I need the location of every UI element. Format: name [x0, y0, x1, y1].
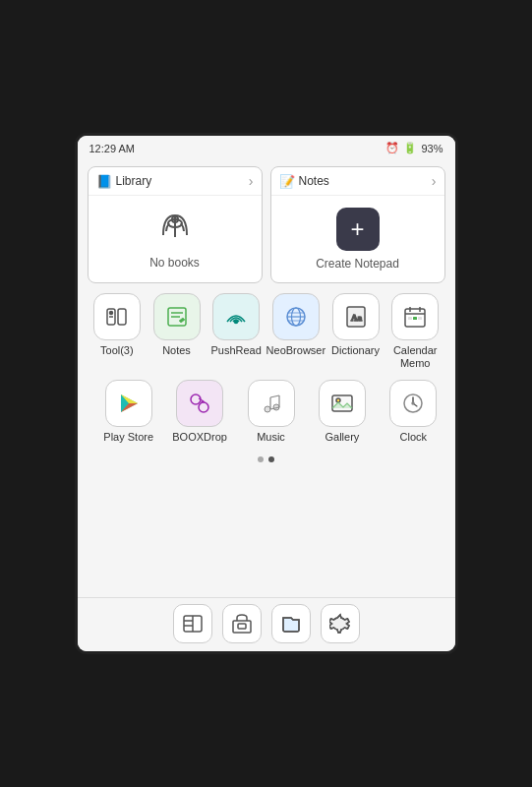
clock-label: Clock	[400, 431, 428, 444]
app-item-notes[interactable]: Notes	[147, 293, 207, 357]
app-row-2: Play Store BOOXDrop	[88, 380, 445, 444]
svg-rect-4	[118, 309, 126, 325]
notes-chevron: ›	[432, 173, 437, 189]
notes-icon-wrapper	[153, 293, 201, 340]
svg-rect-22	[408, 317, 412, 320]
svg-point-31	[265, 406, 270, 412]
svg-line-34	[270, 395, 279, 397]
gallery-label: Gallery	[325, 431, 360, 444]
dock-settings[interactable]	[321, 604, 360, 643]
dictionary-icon-wrapper: Aa	[332, 293, 380, 340]
main-content: 📘 Library ›	[78, 158, 455, 597]
tool3-label: Tool(3)	[100, 344, 134, 357]
library-chevron: ›	[249, 173, 254, 189]
notes-widget-body[interactable]: + Create Notepad	[271, 196, 444, 282]
dock-store[interactable]	[222, 604, 262, 643]
library-header-icon-group: 📘 Library	[96, 174, 152, 189]
app-item-tool3[interactable]: Tool(3)	[88, 293, 148, 357]
library-title: Library	[116, 174, 152, 188]
dot-2	[268, 456, 274, 462]
app-item-pushread[interactable]: PushRead	[207, 293, 266, 357]
plus-icon: +	[350, 215, 364, 243]
gallery-icon-wrapper	[319, 380, 366, 427]
status-time: 12:29 AM	[89, 143, 135, 154]
music-label: Music	[257, 431, 285, 444]
status-right: ⏰ 🔋 93%	[385, 142, 443, 154]
pushread-icon-wrapper	[212, 293, 260, 340]
pushread-label: PushRead	[210, 344, 261, 357]
svg-point-30	[199, 402, 208, 412]
svg-text:Aa: Aa	[351, 313, 362, 323]
alarm-icon: ⏰	[385, 142, 399, 154]
notes-widget[interactable]: 📝 Notes › + Create Notepad	[270, 166, 445, 283]
calendarmemo-icon-wrapper	[391, 293, 439, 340]
notes-icon: 📝	[279, 174, 295, 189]
library-widget-header: 📘 Library ›	[89, 167, 262, 196]
notes-header-icon-group: 📝 Notes	[279, 174, 329, 189]
svg-rect-47	[233, 621, 251, 633]
no-books-label: No books	[149, 256, 200, 270]
app-item-neobrowser[interactable]: NeoBrowser	[266, 293, 326, 357]
app-item-dictionary[interactable]: Aa Dictionary	[325, 293, 385, 357]
dock-files[interactable]	[271, 604, 311, 643]
svg-rect-23	[413, 317, 417, 320]
app-item-gallery[interactable]: Gallery	[311, 380, 374, 444]
app-item-booxdrop[interactable]: BOOXDrop	[168, 380, 231, 444]
page-dots	[88, 454, 445, 464]
neobrowser-label: NeoBrowser	[266, 344, 326, 357]
no-books-icon	[155, 208, 195, 252]
library-widget-body: No books	[89, 196, 262, 281]
app-item-clock[interactable]: Clock	[382, 380, 444, 444]
booxdrop-label: BOOXDrop	[172, 431, 227, 444]
svg-rect-48	[238, 624, 246, 629]
create-notepad-label: Create Notepad	[316, 257, 399, 271]
notes-app-label: Notes	[162, 344, 191, 357]
app-row-1: Tool(3) Notes	[88, 293, 445, 370]
status-bar: 12:29 AM ⏰ 🔋 93%	[78, 136, 455, 158]
music-icon-wrapper	[248, 380, 295, 427]
clock-icon-wrapper	[389, 380, 437, 427]
widget-row: 📘 Library ›	[88, 166, 445, 283]
svg-point-5	[109, 312, 112, 315]
dot-1	[258, 456, 264, 462]
dock-library[interactable]	[173, 604, 212, 643]
svg-point-10	[235, 321, 238, 324]
battery-percent: 93%	[421, 143, 443, 154]
app-item-music[interactable]: Music	[239, 380, 302, 444]
calendarmemo-label: Calendar Memo	[393, 344, 438, 370]
bottom-dock	[78, 597, 455, 651]
neobrowser-icon-wrapper	[272, 293, 320, 340]
svg-point-42	[412, 402, 414, 404]
playstore-icon-wrapper	[105, 380, 152, 427]
svg-rect-24	[418, 317, 422, 320]
booxdrop-icon-wrapper	[176, 380, 223, 427]
notes-title: Notes	[299, 174, 329, 188]
svg-rect-37	[332, 395, 352, 411]
create-notepad-button[interactable]: +	[336, 208, 380, 251]
app-item-calendarmemo[interactable]: Calendar Memo	[385, 293, 445, 370]
library-icon: 📘	[96, 174, 112, 189]
playstore-label: Play Store	[103, 431, 153, 444]
svg-point-29	[191, 394, 201, 404]
notes-widget-header: 📝 Notes ›	[271, 167, 444, 196]
device-screen: 12:29 AM ⏰ 🔋 93% 📘 Library ›	[75, 133, 458, 654]
battery-icon: 🔋	[403, 142, 417, 154]
dictionary-label: Dictionary	[331, 344, 380, 357]
tool3-icon-wrapper	[93, 293, 141, 340]
library-widget[interactable]: 📘 Library ›	[88, 166, 263, 283]
app-item-playstore[interactable]: Play Store	[97, 380, 160, 444]
